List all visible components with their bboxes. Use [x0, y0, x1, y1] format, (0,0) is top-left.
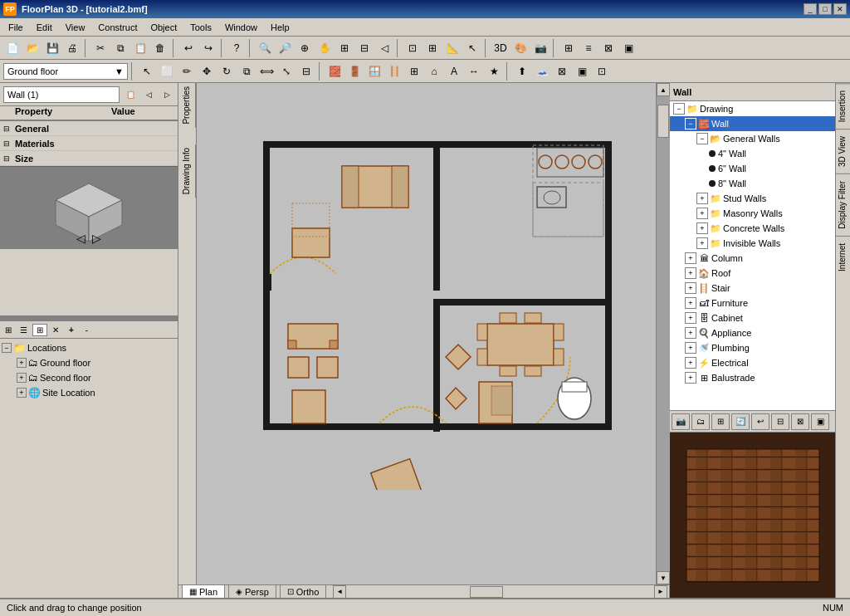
nav-left-icon[interactable]: ◁: [76, 232, 85, 245]
zoom-out-button[interactable]: 🔎: [276, 39, 294, 57]
tree-invisible-walls[interactable]: + 📁 Invisible Walls: [670, 236, 835, 251]
view-tab-add[interactable]: +: [64, 325, 79, 335]
roof-tool[interactable]: ⌂: [425, 62, 443, 81]
scale-tool[interactable]: ⤡: [277, 62, 296, 81]
scroll-track-v[interactable]: [657, 96, 670, 571]
measure-button[interactable]: 📐: [443, 39, 462, 57]
zoom-area-button[interactable]: ⊕: [296, 39, 314, 57]
more-btn-1[interactable]: ⊞: [559, 39, 578, 57]
size-expand-icon[interactable]: ⊟: [0, 151, 13, 166]
fit-button[interactable]: ⊞: [335, 39, 354, 57]
undo-button[interactable]: ↩: [179, 39, 198, 57]
right-btn-4[interactable]: 🔄: [731, 413, 750, 430]
prop-btn-1[interactable]: 📋: [123, 87, 138, 102]
cabinet-expand[interactable]: +: [685, 312, 696, 324]
tree-plumbing[interactable]: + 🚿 Plumbing: [670, 340, 835, 355]
right-btn-5[interactable]: ↩: [751, 413, 769, 430]
redo-button[interactable]: ↪: [199, 39, 217, 57]
save-button[interactable]: 💾: [43, 39, 61, 57]
zoom-all-button[interactable]: ⊟: [355, 39, 374, 57]
terrain-tool[interactable]: 🗻: [533, 62, 551, 81]
close-button[interactable]: ✕: [833, 3, 847, 15]
misc-tool[interactable]: ⊠: [553, 62, 571, 81]
canvas-hscroll[interactable]: [348, 585, 652, 598]
room-tool[interactable]: ⊞: [405, 62, 423, 81]
view-tab-close[interactable]: ✕: [49, 325, 62, 335]
menu-tools[interactable]: Tools: [183, 21, 218, 34]
tree-appliance[interactable]: + 🍳 Appliance: [670, 325, 835, 340]
zoom-prev-button[interactable]: ◁: [375, 39, 393, 57]
tab-persp[interactable]: ◈ Persp: [228, 584, 276, 599]
internet-tab[interactable]: Internet: [836, 236, 850, 278]
more-btn-4[interactable]: ▣: [619, 39, 638, 57]
align-tool[interactable]: ⊟: [297, 62, 315, 81]
menu-help[interactable]: Help: [264, 21, 296, 34]
rotate-tool[interactable]: ↻: [217, 62, 236, 81]
text-tool[interactable]: A: [445, 62, 463, 81]
3d-button[interactable]: 3D: [491, 39, 510, 57]
menu-construct[interactable]: Construct: [91, 21, 144, 34]
tree-electrical[interactable]: + ⚡ Electrical: [670, 355, 835, 370]
roof-expand[interactable]: +: [685, 267, 696, 279]
select-tool[interactable]: ↖: [138, 62, 156, 81]
zoom-in-button[interactable]: 🔍: [256, 39, 274, 57]
appliance-expand[interactable]: +: [685, 327, 696, 339]
wall-expand[interactable]: −: [685, 118, 696, 130]
electrical-expand[interactable]: +: [685, 357, 696, 369]
menu-window[interactable]: Window: [218, 21, 264, 34]
scroll-thumb-v[interactable]: [657, 105, 669, 138]
insert-tool[interactable]: ⬜: [158, 62, 176, 81]
misc-tool-3[interactable]: ⊡: [593, 62, 611, 81]
right-btn-2[interactable]: 🗂: [691, 413, 710, 430]
right-btn-7[interactable]: ⊠: [791, 413, 809, 430]
masonry-walls-expand[interactable]: +: [696, 208, 708, 219]
nav-right-icon[interactable]: ▷: [92, 232, 101, 245]
edit-tool[interactable]: ✏: [178, 62, 196, 81]
help-button[interactable]: ?: [227, 39, 246, 57]
tab-ortho[interactable]: ⊡ Ortho: [280, 584, 327, 599]
general-expand-icon[interactable]: ⊟: [0, 121, 13, 136]
cut-button[interactable]: ✂: [91, 39, 110, 57]
tree-furniture[interactable]: + 🛋 Furniture: [670, 296, 835, 310]
tree-stair[interactable]: + 🪜 Stair: [670, 281, 835, 296]
menu-edit[interactable]: Edit: [30, 21, 59, 34]
scroll-left-btn[interactable]: ◄: [333, 585, 346, 599]
window-tool[interactable]: 🪟: [365, 62, 383, 81]
tree-masonry-walls[interactable]: + 📁 Masonry Walls: [670, 206, 835, 221]
misc-tool-2[interactable]: ▣: [573, 62, 591, 81]
loc-item-site[interactable]: + 🌐 Site Location: [2, 385, 176, 400]
menu-object[interactable]: Object: [144, 21, 183, 34]
prop-group-general[interactable]: ⊟ General: [0, 121, 178, 136]
plumbing-expand[interactable]: +: [685, 342, 696, 354]
right-btn-1[interactable]: 📷: [672, 413, 690, 430]
view-tab-remove[interactable]: -: [81, 325, 93, 335]
stair-expand[interactable]: +: [685, 282, 696, 294]
tree-stud-walls[interactable]: + 📁 Stud Walls: [670, 191, 835, 206]
sym-tool[interactable]: ★: [485, 62, 503, 81]
tab-plan[interactable]: ▦ Plan: [182, 584, 225, 599]
move-tool[interactable]: ✥: [198, 62, 216, 81]
scroll-up-btn[interactable]: ▲: [657, 83, 670, 96]
mirror-tool[interactable]: ⟺: [257, 62, 276, 81]
tree-general-walls[interactable]: − 📂 General Walls: [670, 131, 835, 146]
menu-view[interactable]: View: [59, 21, 92, 34]
drawing-expand[interactable]: −: [673, 103, 685, 115]
tree-drawing[interactable]: − 📁 Drawing: [670, 101, 835, 116]
stair-tool[interactable]: 🪜: [385, 62, 403, 81]
furniture-expand[interactable]: +: [685, 297, 696, 309]
stud-walls-expand[interactable]: +: [696, 193, 708, 204]
prop-group-size[interactable]: ⊟ Size: [0, 151, 178, 166]
view-tab-list[interactable]: ☰: [17, 325, 31, 335]
right-btn-6[interactable]: ⊟: [771, 413, 789, 430]
property-selector[interactable]: Wall (1): [3, 86, 120, 103]
menu-file[interactable]: File: [2, 21, 30, 34]
3dview-tab[interactable]: 3D View: [836, 129, 850, 174]
scroll-down-btn[interactable]: ▼: [657, 571, 670, 584]
tree-column[interactable]: + 🏛 Column: [670, 251, 835, 266]
select-button[interactable]: ↖: [463, 39, 481, 57]
camera-button[interactable]: 📷: [531, 39, 550, 57]
canvas-vscroll[interactable]: ▲ ▼: [656, 83, 669, 584]
invisible-walls-expand[interactable]: +: [696, 237, 708, 249]
view-tab-all[interactable]: ⊞: [32, 324, 47, 336]
new-button[interactable]: 📄: [3, 39, 22, 57]
